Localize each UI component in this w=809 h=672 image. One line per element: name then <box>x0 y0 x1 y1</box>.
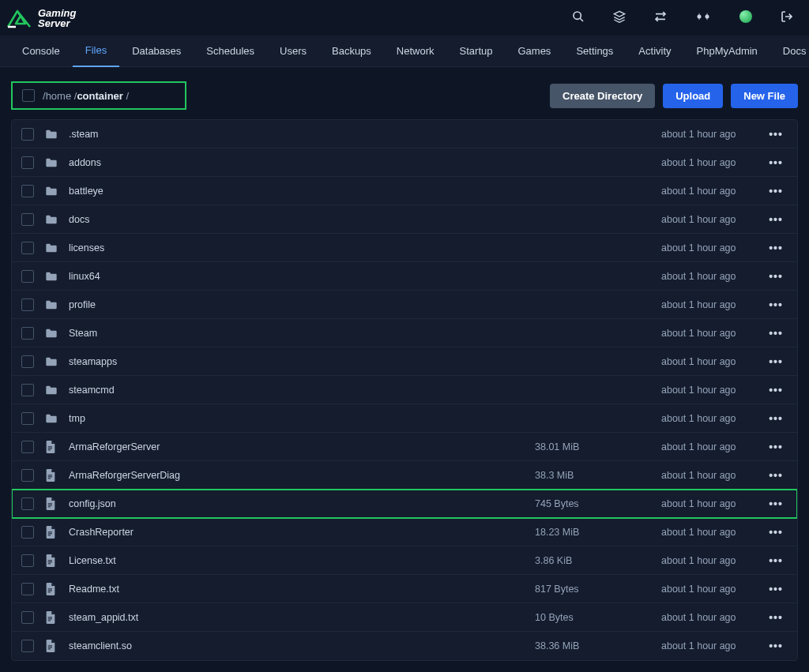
file-row[interactable]: steam_appid.txt10 Bytesabout 1 hour ago•… <box>12 603 797 632</box>
more-icon[interactable]: ••• <box>764 384 788 396</box>
tab-files[interactable]: Files <box>73 36 119 67</box>
more-icon[interactable]: ••• <box>764 327 788 340</box>
svg-rect-22 <box>48 618 52 619</box>
file-icon <box>45 583 59 595</box>
svg-rect-14 <box>48 535 51 535</box>
svg-rect-16 <box>48 561 52 562</box>
file-name: steam_appid.txt <box>69 612 535 623</box>
create-directory-button[interactable]: Create Directory <box>550 84 655 108</box>
tab-games[interactable]: Games <box>505 36 563 67</box>
row-checkbox[interactable] <box>21 526 34 539</box>
breadcrumb[interactable]: /home /container / <box>43 90 129 102</box>
row-checkbox[interactable] <box>21 185 34 197</box>
layers-icon[interactable] <box>613 10 626 25</box>
svg-rect-3 <box>48 446 52 447</box>
file-row[interactable]: ArmaReforgerServer38.01 MiBabout 1 hour … <box>12 433 797 461</box>
row-checkbox[interactable] <box>21 270 34 283</box>
more-icon[interactable]: ••• <box>764 242 788 254</box>
folder-row[interactable]: battleyeabout 1 hour ago••• <box>12 177 797 205</box>
row-checkbox[interactable] <box>21 384 34 396</box>
svg-rect-9 <box>48 503 52 504</box>
file-row[interactable]: steamclient.so38.36 MiBabout 1 hour ago•… <box>12 632 797 660</box>
row-checkbox[interactable] <box>21 412 34 425</box>
file-name: battleye <box>69 186 535 197</box>
svg-rect-13 <box>48 533 52 534</box>
row-checkbox[interactable] <box>21 554 34 567</box>
more-icon[interactable]: ••• <box>764 128 788 141</box>
folder-row[interactable]: profileabout 1 hour ago••• <box>12 291 797 319</box>
more-icon[interactable]: ••• <box>764 441 788 453</box>
tab-settings[interactable]: Settings <box>563 36 626 67</box>
folder-row[interactable]: Steamabout 1 hour ago••• <box>12 319 797 347</box>
row-checkbox[interactable] <box>21 355 34 368</box>
logout-icon[interactable] <box>781 10 793 25</box>
row-checkbox[interactable] <box>21 441 34 453</box>
more-icon[interactable]: ••• <box>764 583 788 595</box>
folder-row[interactable]: licensesabout 1 hour ago••• <box>12 234 797 262</box>
new-file-button[interactable]: New File <box>731 84 798 108</box>
row-checkbox[interactable] <box>21 242 34 254</box>
folder-row[interactable]: docsabout 1 hour ago••• <box>12 205 797 234</box>
file-row[interactable]: CrashReporter18.23 MiBabout 1 hour ago••… <box>12 518 797 546</box>
row-checkbox[interactable] <box>21 611 34 624</box>
more-icon[interactable]: ••• <box>764 497 788 510</box>
tab-backups[interactable]: Backups <box>319 36 384 67</box>
more-icon[interactable]: ••• <box>764 640 788 652</box>
select-all-checkbox[interactable] <box>22 89 35 102</box>
breadcrumb-root[interactable]: home <box>46 90 72 102</box>
row-checkbox[interactable] <box>21 327 34 340</box>
file-row[interactable]: License.txt3.86 KiBabout 1 hour ago••• <box>12 546 797 575</box>
svg-rect-20 <box>48 591 51 592</box>
breadcrumb-current[interactable]: container <box>77 90 123 102</box>
folder-row[interactable]: .steamabout 1 hour ago••• <box>12 120 797 148</box>
row-checkbox[interactable] <box>21 640 34 652</box>
file-size: 18.23 MiB <box>535 527 661 538</box>
row-checkbox[interactable] <box>21 583 34 595</box>
more-icon[interactable]: ••• <box>764 355 788 368</box>
more-icon[interactable]: ••• <box>764 185 788 197</box>
tab-startup[interactable]: Startup <box>447 36 506 67</box>
row-checkbox[interactable] <box>21 128 34 141</box>
tab-schedules[interactable]: Schedules <box>194 36 267 67</box>
search-icon[interactable] <box>572 10 585 25</box>
logo[interactable]: Gaming Server <box>6 6 76 30</box>
more-icon[interactable]: ••• <box>764 469 788 482</box>
file-row[interactable]: ArmaReforgerServerDiag38.3 MiBabout 1 ho… <box>12 461 797 490</box>
more-icon[interactable]: ••• <box>764 298 788 311</box>
folder-row[interactable]: tmpabout 1 hour ago••• <box>12 404 797 433</box>
row-checkbox[interactable] <box>21 156 34 169</box>
folder-row[interactable]: steamappsabout 1 hour ago••• <box>12 347 797 376</box>
tab-activity[interactable]: Activity <box>626 36 683 67</box>
upload-button[interactable]: Upload <box>663 84 723 108</box>
more-icon[interactable]: ••• <box>764 156 788 169</box>
tab-users[interactable]: Users <box>267 36 319 67</box>
folder-row[interactable]: steamcmdabout 1 hour ago••• <box>12 376 797 404</box>
tab-docs[interactable]: Docs <box>770 36 809 67</box>
more-icon[interactable]: ••• <box>764 611 788 624</box>
folder-row[interactable]: linux64about 1 hour ago••• <box>12 262 797 291</box>
file-name: CrashReporter <box>69 527 535 538</box>
file-name: Readme.txt <box>69 584 535 595</box>
file-list: .steamabout 1 hour ago•••addonsabout 1 h… <box>11 119 798 661</box>
folder-icon <box>45 271 59 282</box>
row-checkbox[interactable] <box>21 298 34 311</box>
file-row[interactable]: config.json745 Bytesabout 1 hour ago••• <box>12 490 797 518</box>
more-icon[interactable]: ••• <box>764 270 788 283</box>
tab-databases[interactable]: Databases <box>119 36 194 67</box>
folder-row[interactable]: addonsabout 1 hour ago••• <box>12 148 797 177</box>
globe-icon[interactable] <box>739 10 752 25</box>
row-checkbox[interactable] <box>21 497 34 510</box>
more-icon[interactable]: ••• <box>764 412 788 425</box>
tab-phpmyadmin[interactable]: PhpMyAdmin <box>684 36 770 67</box>
tab-console[interactable]: Console <box>9 36 73 67</box>
more-icon[interactable]: ••• <box>764 526 788 539</box>
more-icon[interactable]: ••• <box>764 554 788 567</box>
row-checkbox[interactable] <box>21 213 34 226</box>
more-icon[interactable]: ••• <box>764 213 788 226</box>
row-checkbox[interactable] <box>21 469 34 482</box>
file-row[interactable]: Readme.txt817 Bytesabout 1 hour ago••• <box>12 575 797 603</box>
settings-icons[interactable] <box>695 11 711 24</box>
transfer-icon[interactable] <box>654 10 667 25</box>
file-size: 38.01 MiB <box>535 441 661 452</box>
tab-network[interactable]: Network <box>384 36 447 67</box>
